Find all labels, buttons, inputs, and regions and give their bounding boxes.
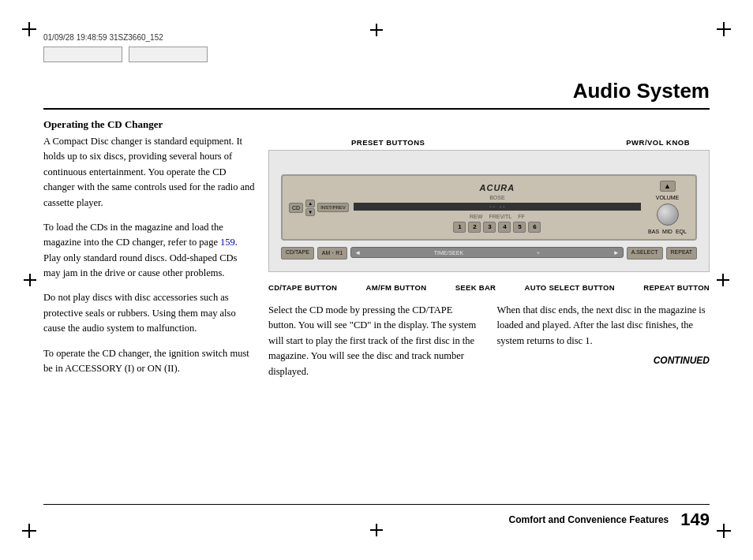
seek-bar: ◄ TIME/SEEK + ► [350,247,623,258]
repeat-label-group: REPEAT BUTTON [643,283,710,292]
preset-5: 5 [513,222,526,233]
header-box-2 [129,47,208,62]
paragraph-2: To load the CDs in the magazine and load… [43,220,257,282]
body-text-left: Select the CD mode by pressing the CD/TA… [268,303,481,379]
preset-2: 2 [468,222,481,233]
preset-3: 3 [483,222,496,233]
preset-row: 1 2 3 4 5 6 [453,222,541,233]
body-text-right-content: When that disc ends, the next disc in th… [497,304,706,346]
pwr-vol-label: PWR/VOL KNOB [626,138,690,147]
bottom-text-area: Select the CD mode by pressing the CD/TA… [268,303,710,379]
page-link[interactable]: 159 [220,237,235,248]
cd-tape-btn: CD/TAPE [281,247,314,259]
center-mark-left [24,274,36,286]
radio-right-section: ▲ VOLUME BAS MID EQL [646,181,689,234]
title-area: Audio System [43,79,710,110]
preset-6: 6 [528,222,541,233]
track-up-btn: ▲ [305,200,315,207]
cd-tape-btn-label: CD/TAPE BUTTON [268,283,337,292]
corner-mark-br [717,524,731,538]
radio-unit: CD ▲ ▼ INST/PREV ACURA BOSE -- -- [281,174,697,241]
frev-label: FREV/TL [489,214,511,219]
repeat-btn: REPEAT [666,247,698,259]
cd-tape-label-group: CD/TAPE BUTTON [268,283,337,292]
bose-label: BOSE [489,195,504,200]
diagram-top-labels: PRESET BUTTONS PWR/VOL KNOB [268,138,710,147]
body-text-right: When that disc ends, the next disc in th… [497,303,710,379]
center-mark-right [717,274,729,286]
mode-labels: REW FREV/TL FF [470,214,525,219]
header-box-1 [43,47,122,62]
bass-mid-eq: BAS MID EQL [648,229,687,234]
timestamp: 01/09/28 19:48:59 31SZ3660_152 [43,33,208,42]
auto-select-label-group: AUTO SELECT BUTTON [525,283,615,292]
corner-mark-bl [22,524,36,538]
cd-btn-row: CD ▲ ▼ INST/PREV [289,200,349,216]
main-content: Operating the CD Changer A Compact Disc … [43,118,710,497]
corner-mark-tr [717,22,731,36]
bass-label: BAS [648,229,659,234]
continued-label: CONTINUED [497,353,710,368]
cd-diagram: CD ▲ ▼ INST/PREV ACURA BOSE -- -- [268,150,710,272]
controls-row-2: CD/TAPE AM・R1 ◄ TIME/SEEK + ► A.SELECT R… [281,247,697,259]
track-down-btn: ▼ [305,208,315,216]
eject-button: ▲ [660,181,676,192]
seek-bar-label-group: SEEK BAR [455,283,496,292]
footer: Comfort and Convenience Features 149 [43,504,710,530]
header: 01/09/28 19:48:59 31SZ3660_152 [43,33,710,62]
left-column: Operating the CD Changer A Compact Disc … [43,118,257,386]
inst-prev-btn: INST/PREV [317,203,349,212]
diagram-bottom-labels: CD/TAPE BUTTON AM/FM BUTTON SEEK BAR AUT… [268,283,710,292]
display-bar: -- -- [354,203,641,211]
eq-label: EQL [676,229,687,234]
right-column: PRESET BUTTONS PWR/VOL KNOB CD ▲ ▼ [268,118,710,379]
paragraph-4: To operate the CD changer, the ignition … [43,346,257,377]
footer-page-number: 149 [680,510,710,530]
a-select-btn: A.SELECT [627,247,663,259]
ff-label: FF [518,214,525,219]
mid-label: MID [662,229,672,234]
seek-left-arrow: ◄ [354,249,361,256]
paragraph-1: A Compact Disc changer is standard equip… [43,134,257,211]
seek-label: TIME/SEEK [434,250,463,256]
cd-button: CD [289,203,303,213]
preset-buttons-label: PRESET BUTTONS [351,138,425,147]
vol-controls: VOLUME [656,195,680,200]
radio-left-section: CD ▲ ▼ INST/PREV [289,200,349,216]
seek-plus-icon: + [537,249,541,256]
footer-right: Comfort and Convenience Features 149 [509,510,710,530]
repeat-btn-label: REPEAT BUTTON [643,283,710,292]
preset-1: 1 [453,222,466,233]
track-controls: ▲ ▼ [305,200,315,216]
preset-4: 4 [498,222,511,233]
am-fm-btn-label: AM/FM BUTTON [366,283,427,292]
acura-logo: ACURA [480,183,515,192]
seek-bar-label: SEEK BAR [455,283,496,292]
am-fm-btn: AM・R1 [317,247,347,259]
auto-select-label: AUTO SELECT BUTTON [525,283,615,292]
page-title: Audio System [573,79,710,103]
paragraph-3: Do not play discs with disc accessories … [43,290,257,336]
volume-knob [657,203,679,226]
vol-label: VOLUME [656,195,680,200]
rew-label: REW [470,214,482,219]
diagram-container: PRESET BUTTONS PWR/VOL KNOB CD ▲ ▼ [268,138,710,292]
section-heading: Operating the CD Changer [43,118,257,131]
am-fm-label-group: AM/FM BUTTON [366,283,427,292]
corner-mark-tl [22,22,36,36]
footer-section-label: Comfort and Convenience Features [509,514,669,525]
radio-center-section: ACURA BOSE -- -- REW FREV/TL FF 1 2 3 4 [354,183,641,233]
seek-right-arrow: ► [613,249,620,256]
